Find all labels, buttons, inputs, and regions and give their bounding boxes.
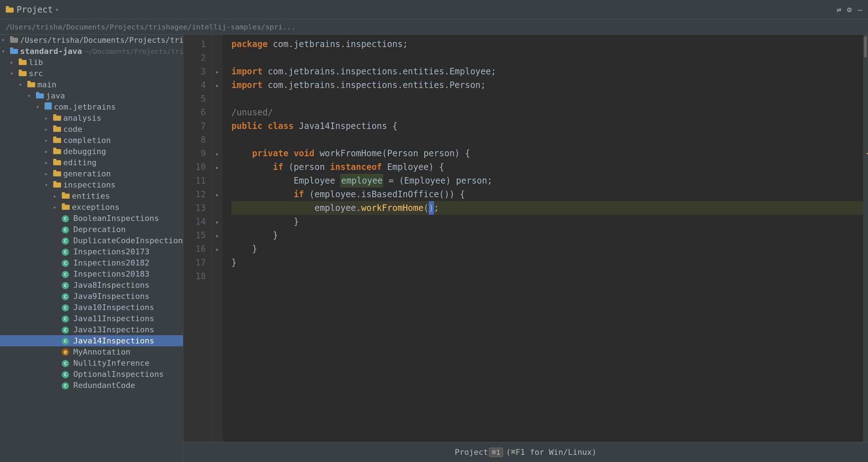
settings-icon[interactable]: ⚙ — [847, 5, 852, 14]
sidebar-item-exceptions[interactable]: exceptions — [0, 202, 183, 213]
gutter-13 — [212, 201, 223, 215]
minimize-icon[interactable]: — — [858, 5, 862, 14]
class-icon: C — [62, 338, 69, 345]
line-num-12: 12 — [183, 188, 206, 201]
sidebar-item-main[interactable]: main — [0, 79, 183, 90]
sidebar-item-label: java — [46, 91, 65, 100]
keyword: if — [294, 188, 304, 201]
sidebar-item-label: com.jetbrains — [54, 102, 116, 111]
scrollbar-thumb[interactable] — [864, 36, 867, 57]
svg-rect-23 — [53, 160, 61, 165]
sidebar-item-Inspections20173[interactable]: C Inspections20173 — [0, 246, 183, 257]
gutter-10[interactable] — [212, 160, 223, 174]
scrollbar-marker — [867, 153, 868, 154]
line-num-6: 6 — [183, 106, 206, 119]
sidebar-item-src[interactable]: src — [0, 68, 183, 79]
sidebar-item-NullityInference[interactable]: C NullityInference — [0, 357, 183, 369]
gutter-18 — [212, 269, 223, 283]
code-line-5 — [231, 92, 863, 106]
gutter-12[interactable] — [212, 188, 223, 201]
sidebar-item-editing[interactable]: editing — [0, 157, 183, 168]
sidebar-item-java[interactable]: java — [0, 90, 183, 101]
sidebar-item-label: DuplicateCodeInspection — [73, 236, 183, 245]
code-editor[interactable]: package com.jetbrains.inspections; impor… — [223, 34, 863, 442]
editor-scrollbar[interactable] — [863, 34, 868, 442]
sidebar-item-Java8Inspections[interactable]: C Java8Inspections — [0, 279, 183, 291]
sidebar-item-standard-java[interactable]: standard-java ~/Documents/Projects/trish… — [0, 46, 183, 57]
gutter-9[interactable] — [212, 147, 223, 160]
sidebar-item-completion[interactable]: completion — [0, 135, 183, 146]
sidebar-module-sublabel: ~/Documents/Projects/trishagee/intellij-… — [85, 47, 183, 55]
sidebar-item-OptionalInspections[interactable]: C OptionalInspections — [0, 369, 183, 380]
sidebar-item-label: generation — [63, 169, 111, 178]
expand-arrow — [53, 204, 62, 211]
folder-icon — [53, 180, 61, 189]
sidebar-item-label: debugging — [63, 147, 106, 156]
code-line-8 — [231, 133, 863, 147]
sidebar-item-label: completion — [63, 136, 111, 145]
sidebar-item-label: OptionalInspections — [73, 370, 164, 379]
sidebar-item-label: src — [29, 69, 43, 78]
sidebar-item-Java10Inspections[interactable]: C Java10Inspections — [0, 302, 183, 313]
sidebar-item-Java13Inspections[interactable]: C Java13Inspections — [0, 324, 183, 335]
sidebar-item-analysis[interactable]: analysis — [0, 112, 183, 124]
module-icon — [10, 47, 18, 56]
sidebar-item-Inspections20182[interactable]: C Inspections20182 — [0, 257, 183, 268]
chevron-down-icon[interactable]: ▾ — [55, 6, 59, 13]
expand-arrow — [19, 81, 27, 88]
sidebar-item-Java14Inspections[interactable]: C Java14Inspections — [0, 335, 183, 346]
tooltip-text1: Project — [455, 448, 488, 457]
line-num-9: 9 — [183, 147, 206, 160]
gutter-14[interactable] — [212, 215, 223, 228]
sidebar-item-lib[interactable]: lib — [0, 57, 183, 68]
svg-rect-25 — [53, 171, 61, 176]
sidebar-item-inspections[interactable]: inspections — [0, 179, 183, 190]
sidebar-item-RedundantCode[interactable]: C RedundantCode — [0, 380, 183, 391]
sidebar-item-BooleanInspections[interactable]: C BooleanInspections — [0, 213, 183, 224]
keyword: package — [231, 37, 268, 51]
package-icon — [45, 102, 52, 111]
var-highlight: employee — [340, 174, 383, 188]
expand-arrow — [53, 193, 62, 199]
shortcut-key: ⌘1 — [489, 448, 503, 457]
topbar-title[interactable]: Project — [17, 5, 53, 15]
sidebar-item-Deprecation[interactable]: C Deprecation — [0, 224, 183, 235]
code-line-6: /unused/ — [231, 106, 863, 119]
sidebar-item-Inspections20183[interactable]: C Inspections20183 — [0, 268, 183, 279]
sidebar-item-Java11Inspections[interactable]: C Java11Inspections — [0, 313, 183, 324]
code-line-12: if (employee.isBasedInOffice()) { — [231, 188, 863, 201]
sidebar-item-label: editing — [63, 158, 97, 167]
gutter-16[interactable] — [212, 242, 223, 256]
tooltip-text3: (⌘F1 for Win/Linux) — [506, 448, 597, 457]
sidebar-item-label: lib — [29, 58, 43, 67]
sidebar-item-MyAnnotation[interactable]: @ MyAnnotation — [0, 346, 183, 357]
expand-arrow — [45, 115, 53, 121]
project-sidebar: /Users/trisha/Documents/Projects/trishag… — [0, 34, 183, 462]
folder-icon — [53, 158, 61, 167]
folder-icon — [19, 58, 27, 67]
sidebar-item-com-jetbrains[interactable]: com.jetbrains — [0, 101, 183, 112]
sidebar-item-DuplicateCodeInspection[interactable]: C DuplicateCodeInspection — [0, 235, 183, 246]
equalizer-icon[interactable]: ⇌ — [836, 5, 841, 14]
expand-arrow — [1, 37, 10, 43]
class-icon: C — [62, 293, 69, 300]
sidebar-item-Java9Inspections[interactable]: C Java9Inspections — [0, 291, 183, 302]
java-folder-icon — [36, 91, 44, 100]
line-num-2: 2 — [183, 51, 206, 65]
class-icon: C — [62, 226, 69, 234]
sidebar-item-debugging[interactable]: debugging — [0, 146, 183, 157]
sidebar-item-root[interactable]: /Users/trisha/Documents/Projects/trishag… — [0, 34, 183, 46]
sidebar-item-entities[interactable]: entities — [0, 190, 183, 202]
folder-icon — [53, 114, 61, 123]
sidebar-item-code[interactable]: code — [0, 124, 183, 135]
sidebar-item-label: Java14Inspections — [73, 336, 154, 345]
sidebar-item-generation[interactable]: generation — [0, 168, 183, 179]
gutter-15[interactable] — [212, 228, 223, 242]
code-line-13: employee.workFromHome(); — [231, 201, 863, 215]
gutter-3[interactable] — [212, 65, 223, 78]
gutter-4[interactable] — [212, 78, 223, 92]
src-folder-icon — [19, 69, 27, 78]
sidebar-item-label: NullityInference — [73, 359, 149, 368]
sidebar-item-label: exceptions — [72, 203, 119, 212]
expand-arrow — [10, 59, 19, 66]
